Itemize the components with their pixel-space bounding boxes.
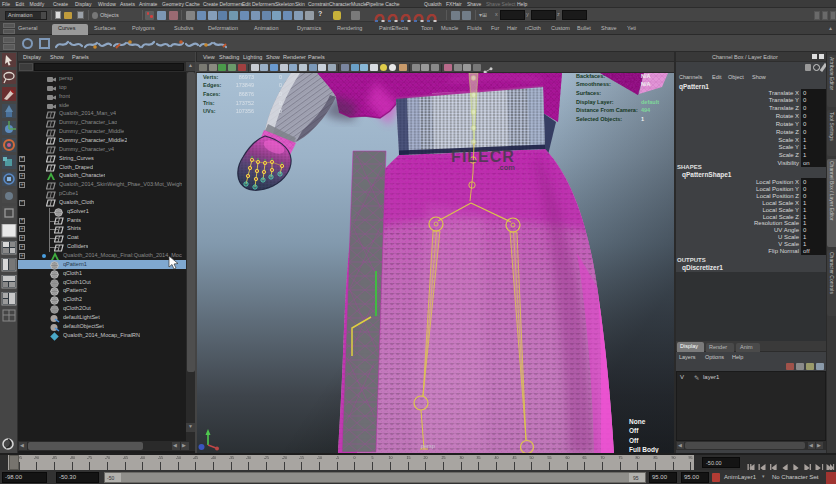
svg-text:persp: persp (421, 443, 435, 449)
svg-text:.com: .com (497, 163, 515, 172)
